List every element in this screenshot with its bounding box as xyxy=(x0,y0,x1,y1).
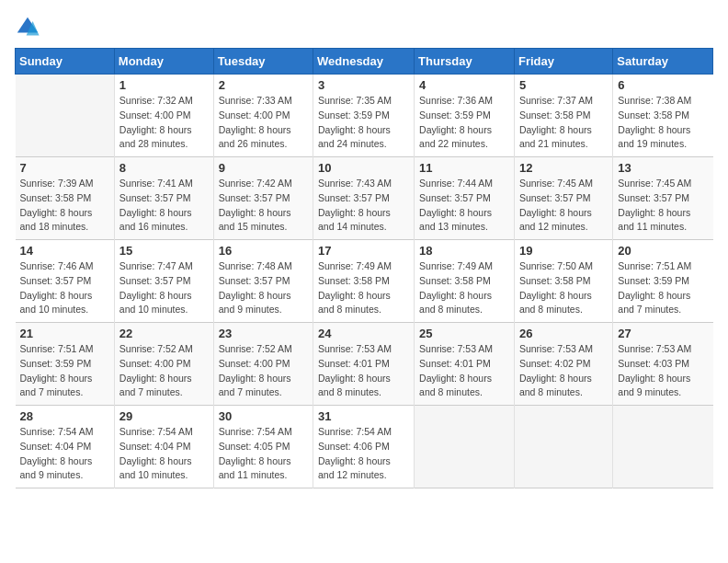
calendar-cell: 10 Sunrise: 7:43 AMSunset: 3:57 PMDaylig… xyxy=(313,157,415,240)
day-number: 17 xyxy=(318,244,409,258)
calendar-week-3: 14 Sunrise: 7:46 AMSunset: 3:57 PMDaylig… xyxy=(16,240,713,323)
calendar-cell: 17 Sunrise: 7:49 AMSunset: 3:58 PMDaylig… xyxy=(313,240,415,323)
calendar-cell: 22 Sunrise: 7:52 AMSunset: 4:00 PMDaylig… xyxy=(114,323,213,406)
col-header-sunday: Sunday xyxy=(16,49,115,75)
calendar-cell: 28 Sunrise: 7:54 AMSunset: 4:04 PMDaylig… xyxy=(16,406,115,488)
day-number: 16 xyxy=(219,244,308,258)
col-header-wednesday: Wednesday xyxy=(313,49,415,75)
col-header-saturday: Saturday xyxy=(613,49,713,75)
calendar-cell: 15 Sunrise: 7:47 AMSunset: 3:57 PMDaylig… xyxy=(114,240,213,323)
day-info: Sunrise: 7:49 AMSunset: 3:58 PMDaylight:… xyxy=(419,259,509,317)
day-info: Sunrise: 7:52 AMSunset: 4:00 PMDaylight:… xyxy=(119,342,209,400)
calendar-cell: 20 Sunrise: 7:51 AMSunset: 3:59 PMDaylig… xyxy=(613,240,713,323)
day-info: Sunrise: 7:53 AMSunset: 4:01 PMDaylight:… xyxy=(419,342,509,400)
day-info: Sunrise: 7:42 AMSunset: 3:57 PMDaylight:… xyxy=(219,177,308,235)
logo-icon xyxy=(15,15,40,40)
day-info: Sunrise: 7:44 AMSunset: 3:57 PMDaylight:… xyxy=(419,177,509,235)
page-header xyxy=(15,15,713,40)
day-info: Sunrise: 7:49 AMSunset: 3:58 PMDaylight:… xyxy=(318,259,409,317)
day-info: Sunrise: 7:45 AMSunset: 3:57 PMDaylight:… xyxy=(519,177,608,235)
day-number: 3 xyxy=(318,78,409,92)
day-info: Sunrise: 7:36 AMSunset: 3:59 PMDaylight:… xyxy=(419,94,509,152)
day-number: 26 xyxy=(519,327,608,340)
day-number: 4 xyxy=(419,78,509,92)
day-info: Sunrise: 7:43 AMSunset: 3:57 PMDaylight:… xyxy=(318,177,409,235)
calendar-week-2: 7 Sunrise: 7:39 AMSunset: 3:58 PMDayligh… xyxy=(16,157,713,240)
day-info: Sunrise: 7:39 AMSunset: 3:58 PMDaylight:… xyxy=(20,177,109,235)
day-number: 28 xyxy=(20,409,109,423)
calendar-cell: 4 Sunrise: 7:36 AMSunset: 3:59 PMDayligh… xyxy=(415,75,515,157)
day-info: Sunrise: 7:46 AMSunset: 3:57 PMDaylight:… xyxy=(20,259,109,317)
day-number: 8 xyxy=(119,161,209,175)
day-number: 25 xyxy=(419,327,509,340)
day-number: 21 xyxy=(20,327,109,340)
calendar-cell: 24 Sunrise: 7:53 AMSunset: 4:01 PMDaylig… xyxy=(313,323,415,406)
calendar-cell: 14 Sunrise: 7:46 AMSunset: 3:57 PMDaylig… xyxy=(16,240,115,323)
calendar-cell: 16 Sunrise: 7:48 AMSunset: 3:57 PMDaylig… xyxy=(213,240,313,323)
day-number: 13 xyxy=(618,161,708,175)
calendar-cell: 18 Sunrise: 7:49 AMSunset: 3:58 PMDaylig… xyxy=(415,240,515,323)
calendar-cell: 3 Sunrise: 7:35 AMSunset: 3:59 PMDayligh… xyxy=(313,75,415,157)
calendar-cell: 26 Sunrise: 7:53 AMSunset: 4:02 PMDaylig… xyxy=(514,323,612,406)
day-info: Sunrise: 7:50 AMSunset: 3:58 PMDaylight:… xyxy=(519,259,608,317)
calendar-cell: 6 Sunrise: 7:38 AMSunset: 3:58 PMDayligh… xyxy=(613,75,713,157)
day-number: 24 xyxy=(318,327,409,340)
calendar-cell xyxy=(613,406,713,488)
day-info: Sunrise: 7:51 AMSunset: 3:59 PMDaylight:… xyxy=(618,259,708,317)
calendar-cell: 2 Sunrise: 7:33 AMSunset: 4:00 PMDayligh… xyxy=(213,75,313,157)
day-number: 7 xyxy=(20,161,109,175)
day-number: 29 xyxy=(119,409,209,423)
day-number: 10 xyxy=(318,161,409,175)
calendar-table: SundayMondayTuesdayWednesdayThursdayFrid… xyxy=(15,48,713,488)
calendar-cell: 21 Sunrise: 7:51 AMSunset: 3:59 PMDaylig… xyxy=(16,323,115,406)
day-info: Sunrise: 7:38 AMSunset: 3:58 PMDaylight:… xyxy=(618,94,708,152)
calendar-cell: 31 Sunrise: 7:54 AMSunset: 4:06 PMDaylig… xyxy=(313,406,415,488)
day-info: Sunrise: 7:48 AMSunset: 3:57 PMDaylight:… xyxy=(219,259,308,317)
col-header-tuesday: Tuesday xyxy=(213,49,313,75)
day-info: Sunrise: 7:32 AMSunset: 4:00 PMDaylight:… xyxy=(119,94,209,152)
calendar-cell xyxy=(415,406,515,488)
day-number: 20 xyxy=(618,244,708,258)
col-header-thursday: Thursday xyxy=(415,49,515,75)
col-header-friday: Friday xyxy=(514,49,612,75)
day-number: 6 xyxy=(618,78,708,92)
day-number: 12 xyxy=(519,161,608,175)
day-info: Sunrise: 7:54 AMSunset: 4:06 PMDaylight:… xyxy=(318,425,409,483)
day-number: 2 xyxy=(219,78,308,92)
calendar-cell xyxy=(514,406,612,488)
calendar-cell: 8 Sunrise: 7:41 AMSunset: 3:57 PMDayligh… xyxy=(114,157,213,240)
calendar-cell: 5 Sunrise: 7:37 AMSunset: 3:58 PMDayligh… xyxy=(514,75,612,157)
calendar-cell: 25 Sunrise: 7:53 AMSunset: 4:01 PMDaylig… xyxy=(415,323,515,406)
calendar-cell: 1 Sunrise: 7:32 AMSunset: 4:00 PMDayligh… xyxy=(114,75,213,157)
calendar-cell: 7 Sunrise: 7:39 AMSunset: 3:58 PMDayligh… xyxy=(16,157,115,240)
calendar-cell: 11 Sunrise: 7:44 AMSunset: 3:57 PMDaylig… xyxy=(415,157,515,240)
calendar-cell: 19 Sunrise: 7:50 AMSunset: 3:58 PMDaylig… xyxy=(514,240,612,323)
calendar-cell xyxy=(16,75,115,157)
col-header-monday: Monday xyxy=(114,49,213,75)
logo xyxy=(15,15,44,40)
calendar-cell: 29 Sunrise: 7:54 AMSunset: 4:04 PMDaylig… xyxy=(114,406,213,488)
day-number: 9 xyxy=(219,161,308,175)
day-number: 30 xyxy=(219,409,308,423)
day-number: 11 xyxy=(419,161,509,175)
calendar-cell: 13 Sunrise: 7:45 AMSunset: 3:57 PMDaylig… xyxy=(613,157,713,240)
day-info: Sunrise: 7:54 AMSunset: 4:05 PMDaylight:… xyxy=(219,425,308,483)
day-number: 22 xyxy=(119,327,209,340)
calendar-week-5: 28 Sunrise: 7:54 AMSunset: 4:04 PMDaylig… xyxy=(16,406,713,488)
calendar-cell: 27 Sunrise: 7:53 AMSunset: 4:03 PMDaylig… xyxy=(613,323,713,406)
day-info: Sunrise: 7:51 AMSunset: 3:59 PMDaylight:… xyxy=(20,342,109,400)
day-info: Sunrise: 7:37 AMSunset: 3:58 PMDaylight:… xyxy=(519,94,608,152)
day-number: 18 xyxy=(419,244,509,258)
day-number: 27 xyxy=(618,327,708,340)
day-info: Sunrise: 7:53 AMSunset: 4:01 PMDaylight:… xyxy=(318,342,409,400)
day-number: 23 xyxy=(219,327,308,340)
day-number: 5 xyxy=(519,78,608,92)
calendar-cell: 30 Sunrise: 7:54 AMSunset: 4:05 PMDaylig… xyxy=(213,406,313,488)
day-number: 1 xyxy=(119,78,209,92)
day-info: Sunrise: 7:53 AMSunset: 4:03 PMDaylight:… xyxy=(618,342,708,400)
day-info: Sunrise: 7:52 AMSunset: 4:00 PMDaylight:… xyxy=(219,342,308,400)
day-info: Sunrise: 7:47 AMSunset: 3:57 PMDaylight:… xyxy=(119,259,209,317)
day-info: Sunrise: 7:54 AMSunset: 4:04 PMDaylight:… xyxy=(20,425,109,483)
calendar-header-row: SundayMondayTuesdayWednesdayThursdayFrid… xyxy=(16,49,713,75)
day-info: Sunrise: 7:33 AMSunset: 4:00 PMDaylight:… xyxy=(219,94,308,152)
